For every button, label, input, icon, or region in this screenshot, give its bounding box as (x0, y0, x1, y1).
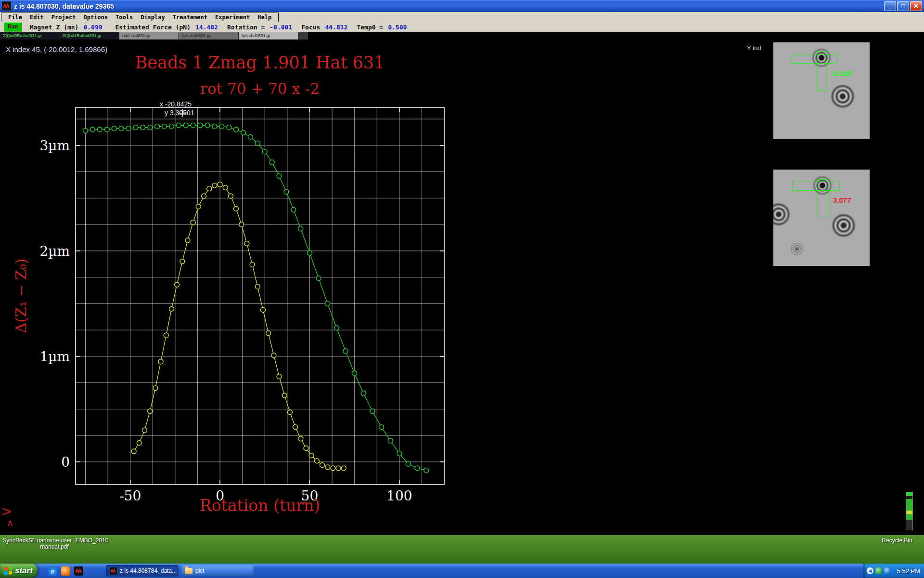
reference-bead (831, 213, 856, 238)
console-prompt: > (1, 505, 12, 518)
tracking-box-horizontal (791, 54, 837, 64)
window-controls: _ □ ✕ (884, 1, 922, 11)
xvin-app-icon[interactable] (74, 566, 83, 576)
graph-tabstrip: Z(t)bd0Rothat631.gr Z(t)bd1Rothat631.gr … (0, 32, 308, 39)
x-axis-label: Rotation (turn) (67, 496, 452, 515)
hide-icons-chevron-icon[interactable]: ◀ (867, 567, 873, 574)
focus-value[interactable]: 44.812 (325, 24, 351, 31)
y-index-label: Y ind (747, 44, 772, 52)
focus-gauge[interactable] (906, 492, 913, 530)
tab-zt-bd0[interactable]: Z(t)bd0Rothat631.gr (0, 32, 60, 39)
taskbar-button-xvin[interactable]: z is 44.808784, data... (106, 565, 179, 577)
tracking-box-vertical (817, 51, 827, 91)
annotation-y-readout: y 3.30501 (165, 109, 194, 117)
faint-bead (790, 242, 804, 256)
taskbar-button-label: z is 44.808784, data... (120, 567, 177, 574)
svg-text:2µm: 2µm (39, 243, 70, 259)
tray-network-icon[interactable] (884, 567, 891, 574)
gauge-segment (906, 514, 912, 520)
focus-label: Focus (301, 24, 320, 31)
system-tray: ◀ 5:52 PM (863, 564, 924, 578)
menu-tools[interactable]: Tools (112, 14, 137, 21)
temp0-label: Temp0 = (357, 24, 383, 31)
tab-zt-bd1[interactable]: Z(t)bd1Rothat631.gr (60, 32, 119, 39)
chart-canvas[interactable]: -5005010001µm2µm3µm (19, 48, 462, 520)
desktop-icon-syncbackse[interactable]: SyncBackSE (2, 538, 37, 544)
svg-text:3µm: 3µm (39, 138, 70, 154)
bead2-z-value: 3.077 (833, 196, 851, 204)
app-icon (2, 1, 11, 11)
svg-text:1µm: 1µm (39, 349, 70, 365)
menu-project[interactable]: Project (48, 14, 80, 21)
menu-file[interactable]: File (4, 14, 26, 21)
firefox-icon[interactable] (61, 566, 70, 576)
taskbar-clock[interactable]: 5:52 PM (897, 567, 920, 575)
desktop-icon-embo2010[interactable]: EMBO_2010 (73, 538, 111, 544)
estimated-force-value: 14.482 (195, 24, 221, 31)
windows-logo-icon (4, 566, 12, 575)
menu-group: File Edit Project Options Tools Display … (1, 13, 279, 22)
desktop-icon-recycle-bin[interactable]: Recycle Bin (877, 538, 917, 544)
gauge-segment (906, 511, 912, 514)
tracking-box-horizontal (792, 182, 840, 191)
internet-explorer-icon[interactable]: e (48, 566, 57, 576)
bead1-z-value: -0.125 (831, 69, 852, 78)
console-caret: ∧ (7, 518, 13, 527)
menubar: File Edit Project Options Tools Display … (0, 12, 924, 22)
tracking-box-vertical (818, 179, 828, 218)
menu-experiment[interactable]: Experiment (211, 14, 254, 21)
reference-bead (830, 84, 855, 109)
bead-camera-view-1[interactable]: -0.125 (773, 42, 870, 139)
menu-display[interactable]: Display (137, 14, 169, 21)
window-titlebar[interactable]: z is 44.807030, datavalue 29365 _ □ ✕ (0, 0, 924, 12)
rotation-label: Rotation = (227, 24, 265, 31)
taskbar: start e z is 44.808784, data... pict ◀ 5… (0, 564, 924, 578)
close-button[interactable]: ✕ (910, 1, 922, 11)
tab-hat-zbd0[interactable]: hat zbd0631.gr (179, 32, 239, 39)
taskbar-button-label: pict (195, 567, 205, 574)
desktop-screen: z is 44.807030, datavalue 29365 _ □ ✕ Fi… (0, 0, 924, 578)
folder-icon (185, 568, 192, 574)
menu-help[interactable]: Help (254, 14, 275, 21)
quick-launch: e (48, 564, 83, 578)
edge-bead (773, 202, 791, 226)
plot-workspace: X index 45, (-20.0012, 1.69866) Beads 1 … (0, 39, 924, 535)
start-button[interactable]: start (0, 564, 38, 578)
magnet-z-label: Magnet Z (mn) (30, 24, 79, 31)
minimize-button[interactable]: _ (884, 1, 896, 11)
desktop-icon-nanovue-manual[interactable]: nanovue user manual.pdf (36, 538, 73, 550)
taskbar-button-pict[interactable]: pict (181, 565, 254, 577)
annotation-x-readout: x -20.8425 (160, 100, 192, 108)
tray-status-icon[interactable] (875, 567, 882, 574)
bead-camera-view-2[interactable]: 3.077 (773, 170, 870, 266)
xvin-app-icon (110, 567, 117, 575)
y-axis-label: Δ(Z₁ − Z₀) (13, 223, 32, 368)
menu-treatement[interactable]: Treatement (169, 14, 211, 21)
gauge-segment (906, 499, 912, 511)
window-title: z is 44.807030, datavalue 29365 (14, 2, 114, 10)
start-button-label: start (15, 566, 33, 576)
toolbar: Run Magnet Z (mn) 0.099 Estimated Force … (0, 22, 924, 32)
temp0-value[interactable]: 0.500 (388, 24, 414, 31)
svg-text:0: 0 (61, 454, 70, 470)
menu-options[interactable]: Options (79, 14, 112, 21)
maximize-button[interactable]: □ (897, 1, 909, 11)
magnet-z-value[interactable]: 0.099 (83, 24, 109, 31)
menu-edit[interactable]: Edit (26, 14, 48, 21)
desktop-background: SyncBackSE nanovue user manual.pdf EMBO_… (0, 535, 924, 564)
estimated-force-label: Estimated Force (pN) (115, 24, 191, 31)
gauge-segment (906, 492, 912, 496)
run-button[interactable]: Run (4, 22, 22, 32)
tab-hat-zbd1[interactable]: hat zbd1631.gr (239, 32, 298, 39)
rotation-value[interactable]: -0.001 (270, 24, 295, 31)
tab-bdd-zrot[interactable]: bdd zrot631.gr (119, 32, 179, 39)
